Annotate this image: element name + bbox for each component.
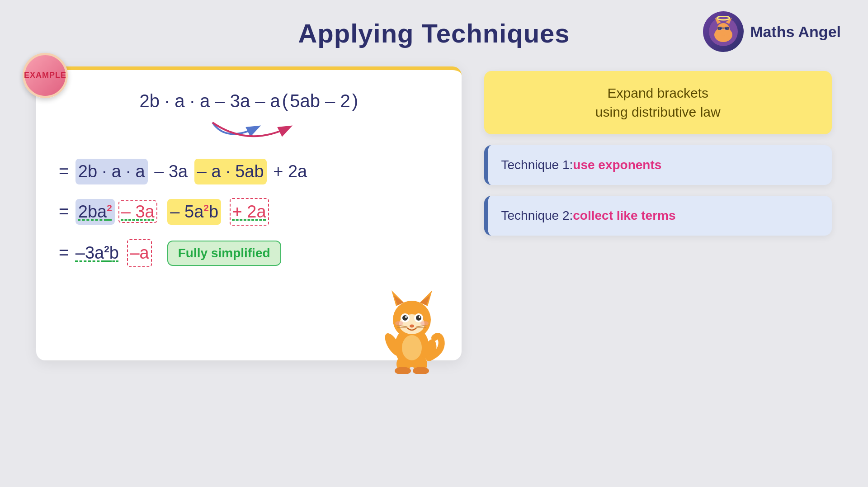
svg-point-23 bbox=[416, 315, 421, 321]
technique-2-highlight: collect like terms bbox=[573, 208, 675, 223]
technique-1-prefix: Technique 1: bbox=[501, 158, 573, 172]
svg-point-38 bbox=[395, 321, 403, 326]
technique-card-1: Technique 1: use exponents bbox=[484, 145, 832, 185]
technique-1-highlight: use exponents bbox=[573, 158, 661, 172]
math-line-3: = 2ba2 – 3a – 5a2b + 2a bbox=[59, 198, 439, 226]
logo-icon bbox=[703, 11, 744, 52]
svg-point-39 bbox=[420, 321, 429, 326]
main-content: EXAMPLE 2b · a · a – 3a – a(5ab – 2) bbox=[0, 66, 868, 360]
logo-text: Maths Angel bbox=[750, 23, 841, 41]
example-wrapper: EXAMPLE 2b · a · a – 3a – a(5ab – 2) bbox=[36, 66, 462, 360]
svg-point-25 bbox=[419, 316, 420, 318]
math-line-4: = –3a2b –a Fully simplified bbox=[59, 239, 439, 267]
technique-2-prefix: Technique 2: bbox=[501, 208, 573, 223]
arrows-row bbox=[59, 120, 439, 145]
technique-expand-line2: using distributive law bbox=[500, 103, 816, 122]
logo: Maths Angel bbox=[703, 11, 841, 52]
fully-simplified-badge: Fully simplified bbox=[167, 241, 281, 265]
techniques-panel: Expand brackets using distributive law T… bbox=[484, 66, 832, 236]
svg-point-22 bbox=[402, 315, 408, 321]
svg-rect-10 bbox=[725, 27, 729, 30]
technique-expand-line1: Expand brackets bbox=[500, 84, 816, 103]
cat-character bbox=[376, 274, 448, 374]
technique-card-expand: Expand brackets using distributive law bbox=[484, 71, 832, 134]
example-badge: EXAMPLE bbox=[23, 53, 68, 98]
svg-point-37 bbox=[402, 335, 422, 360]
math-line-1: 2b · a · a – 3a – a(5ab – 2) bbox=[59, 88, 439, 113]
svg-point-26 bbox=[410, 325, 414, 328]
math-line-2: = 2b · a · a – 3a – a · 5ab + 2a bbox=[59, 159, 439, 184]
example-badge-text: EXAMPLE bbox=[24, 71, 66, 80]
technique-card-2: Technique 2: collect like terms bbox=[484, 196, 832, 236]
svg-rect-9 bbox=[717, 27, 722, 30]
svg-point-24 bbox=[405, 316, 407, 318]
